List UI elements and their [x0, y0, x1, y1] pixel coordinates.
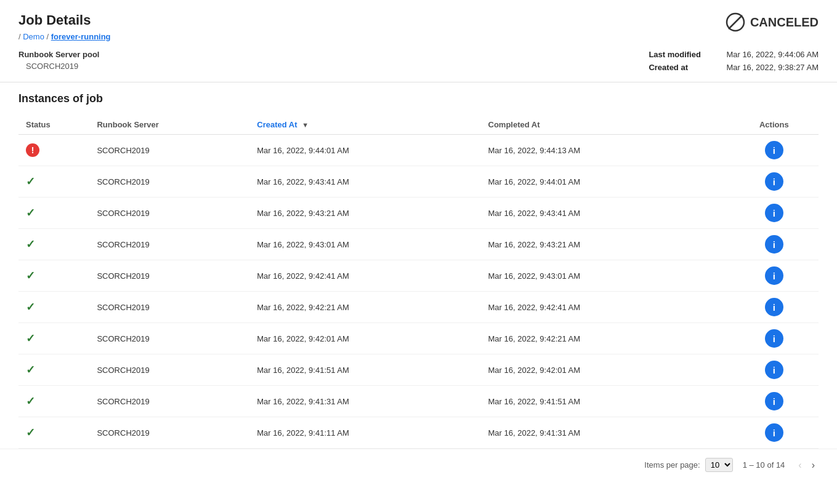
- col-header-runbook-server: Runbook Server: [89, 115, 249, 135]
- last-modified-row: Last modified Mar 16, 2022, 9:44:06 AM: [649, 50, 819, 59]
- instances-section: Instances of job Status Runbook Server C…: [0, 82, 837, 449]
- title-breadcrumb: Job Details / Demo / forever-running: [18, 12, 111, 41]
- col-header-created-at[interactable]: Created At ▼: [249, 115, 480, 135]
- breadcrumb-forever-running[interactable]: forever-running: [51, 32, 111, 41]
- breadcrumb-demo[interactable]: Demo: [23, 32, 44, 41]
- runbook-server-pool-value: SCORCH2019: [26, 62, 612, 71]
- table-row: ✓SCORCH2019Mar 16, 2022, 9:43:01 AMMar 1…: [18, 229, 819, 260]
- items-per-page-select[interactable]: 5102550: [705, 458, 733, 472]
- cell-actions: i: [730, 260, 819, 292]
- cell-status: ✓: [18, 323, 89, 354]
- table-row: ✓SCORCH2019Mar 16, 2022, 9:42:21 AMMar 1…: [18, 292, 819, 323]
- cell-status: ✓: [18, 417, 89, 449]
- cell-runbook-server: SCORCH2019: [89, 323, 249, 354]
- success-status-icon: ✓: [26, 301, 35, 313]
- cell-completed-at: Mar 16, 2022, 9:44:13 AM: [481, 135, 730, 166]
- table-row: ✓SCORCH2019Mar 16, 2022, 9:41:31 AMMar 1…: [18, 386, 819, 417]
- success-status-icon: ✓: [26, 270, 35, 282]
- info-button[interactable]: i: [765, 172, 783, 191]
- col-header-status: Status: [18, 115, 89, 135]
- cell-actions: i: [730, 135, 819, 166]
- last-modified-value: Mar 16, 2022, 9:44:06 AM: [726, 50, 819, 59]
- sort-arrow-icon: ▼: [302, 121, 309, 129]
- cell-runbook-server: SCORCH2019: [89, 292, 249, 323]
- created-at-value: Mar 16, 2022, 9:38:27 AM: [726, 63, 819, 72]
- cell-completed-at: Mar 16, 2022, 9:42:21 AM: [481, 323, 730, 354]
- cell-status: ✓: [18, 198, 89, 229]
- cell-completed-at: Mar 16, 2022, 9:43:21 AM: [481, 229, 730, 260]
- cell-created-at: Mar 16, 2022, 9:41:31 AM: [249, 386, 480, 417]
- timestamps: Last modified Mar 16, 2022, 9:44:06 AM C…: [649, 50, 819, 72]
- cell-completed-at: Mar 16, 2022, 9:41:31 AM: [481, 417, 730, 449]
- instances-table: Status Runbook Server Created At ▼ Compl…: [18, 115, 819, 449]
- cell-completed-at: Mar 16, 2022, 9:41:51 AM: [481, 386, 730, 417]
- cell-actions: i: [730, 292, 819, 323]
- info-button[interactable]: i: [765, 235, 783, 254]
- info-button[interactable]: i: [765, 204, 783, 222]
- cell-actions: i: [730, 166, 819, 198]
- cell-status: ✓: [18, 292, 89, 323]
- items-per-page-label: Items per page:: [644, 460, 700, 470]
- pagination-nav: ‹ ›: [795, 458, 819, 472]
- cell-completed-at: Mar 16, 2022, 9:43:01 AM: [481, 260, 730, 292]
- cell-runbook-server: SCORCH2019: [89, 135, 249, 166]
- cell-status: ✓: [18, 260, 89, 292]
- table-row: !SCORCH2019Mar 16, 2022, 9:44:01 AMMar 1…: [18, 135, 819, 166]
- cell-created-at: Mar 16, 2022, 9:42:21 AM: [249, 292, 480, 323]
- table-row: ✓SCORCH2019Mar 16, 2022, 9:41:11 AMMar 1…: [18, 417, 819, 449]
- col-header-completed-at: Completed At: [481, 115, 730, 135]
- cell-runbook-server: SCORCH2019: [89, 229, 249, 260]
- pagination-prev-button[interactable]: ‹: [795, 458, 805, 472]
- cell-created-at: Mar 16, 2022, 9:41:11 AM: [249, 417, 480, 449]
- cell-created-at: Mar 16, 2022, 9:43:41 AM: [249, 166, 480, 198]
- info-button[interactable]: i: [765, 392, 783, 410]
- success-status-icon: ✓: [26, 395, 35, 407]
- status-badge: CANCELED: [726, 12, 819, 32]
- table-row: ✓SCORCH2019Mar 16, 2022, 9:42:41 AMMar 1…: [18, 260, 819, 292]
- table-row: ✓SCORCH2019Mar 16, 2022, 9:42:01 AMMar 1…: [18, 323, 819, 354]
- info-button[interactable]: i: [765, 361, 783, 379]
- cell-created-at: Mar 16, 2022, 9:42:01 AM: [249, 323, 480, 354]
- pagination-next-button[interactable]: ›: [808, 458, 819, 472]
- cell-status: ✓: [18, 354, 89, 386]
- cell-status: ✓: [18, 386, 89, 417]
- instances-title: Instances of job: [18, 92, 819, 105]
- info-button[interactable]: i: [765, 298, 783, 316]
- runbook-info: Runbook Server pool SCORCH2019: [18, 50, 612, 71]
- cell-created-at: Mar 16, 2022, 9:41:51 AM: [249, 354, 480, 386]
- info-button[interactable]: i: [765, 141, 783, 159]
- cell-completed-at: Mar 16, 2022, 9:42:41 AM: [481, 292, 730, 323]
- success-status-icon: ✓: [26, 175, 35, 188]
- footer-pagination: Items per page: 5102550 1 – 10 of 14 ‹ ›: [0, 449, 837, 481]
- cell-actions: i: [730, 198, 819, 229]
- cell-completed-at: Mar 16, 2022, 9:42:01 AM: [481, 354, 730, 386]
- success-status-icon: ✓: [26, 238, 35, 250]
- cell-completed-at: Mar 16, 2022, 9:43:41 AM: [481, 198, 730, 229]
- cell-runbook-server: SCORCH2019: [89, 386, 249, 417]
- items-per-page: Items per page: 5102550: [644, 458, 732, 472]
- cell-actions: i: [730, 354, 819, 386]
- cell-runbook-server: SCORCH2019: [89, 166, 249, 198]
- status-label: CANCELED: [750, 15, 819, 30]
- cell-runbook-server: SCORCH2019: [89, 198, 249, 229]
- info-button[interactable]: i: [765, 423, 783, 442]
- success-status-icon: ✓: [26, 207, 35, 219]
- cell-actions: i: [730, 386, 819, 417]
- cell-completed-at: Mar 16, 2022, 9:44:01 AM: [481, 166, 730, 198]
- last-modified-label: Last modified: [649, 50, 716, 59]
- svg-line-1: [729, 15, 742, 29]
- cell-runbook-server: SCORCH2019: [89, 354, 249, 386]
- info-button[interactable]: i: [765, 329, 783, 348]
- header-section: Job Details / Demo / forever-running CAN…: [0, 0, 837, 82]
- cell-status: !: [18, 135, 89, 166]
- success-status-icon: ✓: [26, 426, 35, 439]
- table-row: ✓SCORCH2019Mar 16, 2022, 9:41:51 AMMar 1…: [18, 354, 819, 386]
- info-button[interactable]: i: [765, 266, 783, 285]
- cell-status: ✓: [18, 166, 89, 198]
- runbook-server-pool-label: Runbook Server pool: [18, 50, 612, 59]
- table-row: ✓SCORCH2019Mar 16, 2022, 9:43:21 AMMar 1…: [18, 198, 819, 229]
- table-header-row: Status Runbook Server Created At ▼ Compl…: [18, 115, 819, 135]
- success-status-icon: ✓: [26, 332, 35, 345]
- meta-section: Runbook Server pool SCORCH2019 Last modi…: [18, 50, 819, 72]
- breadcrumb-separator2: /: [47, 32, 51, 41]
